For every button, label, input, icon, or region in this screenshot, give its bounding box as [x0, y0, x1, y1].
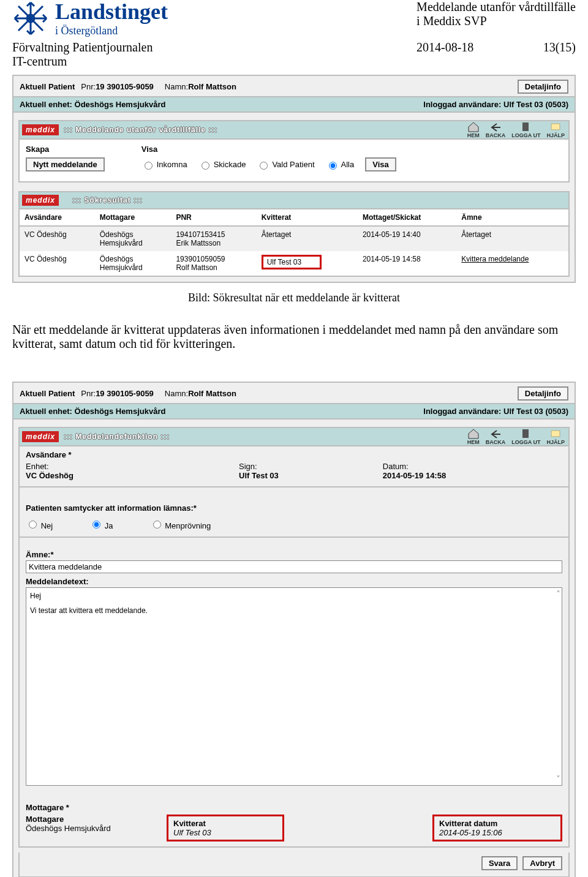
nav-home-label: HEM: [467, 439, 480, 445]
recipient-fieldset: Mottagare * Mottagare Ödeshögs Hemsjukvå…: [18, 798, 570, 848]
radio-sent-label: Skickade: [214, 160, 246, 169]
cell-pnr: 193901059059: [176, 255, 251, 263]
radio-inbox-label: Inkomna: [157, 160, 187, 169]
cell-subject-link[interactable]: Kvittera meddelande: [461, 255, 529, 263]
app-panel-message: Aktuell Patient Pnr: 19 390105-9059 Namn…: [12, 382, 576, 877]
svg-rect-13: [522, 122, 529, 131]
cell-sender: VC Ödeshög: [20, 251, 95, 276]
brand-block: Landstinget i Östergötland: [12, 0, 168, 37]
radio-no-label: Nej: [41, 521, 53, 530]
radio-patient[interactable]: [260, 162, 268, 170]
consent-fieldset: Patienten samtycker att information lämn…: [18, 500, 570, 538]
back-icon: [489, 428, 502, 439]
radio-inbox[interactable]: [145, 162, 153, 170]
detail-button[interactable]: Detaljinfo: [518, 80, 568, 94]
radio-all[interactable]: [329, 162, 337, 170]
nav-help[interactable]: HJÄLP: [546, 428, 565, 445]
col-subject: Ämne: [456, 209, 568, 226]
current-unit: Aktuell enhet: Ödeshögs Hemsjukvård: [20, 407, 165, 416]
section-title-results: ::: Sökresultat :::: [72, 196, 143, 205]
radio-patient-label: Vald Patient: [272, 160, 314, 169]
table-row[interactable]: VC Ödeshög ÖdeshögsHemsjukvård 194107153…: [20, 226, 568, 251]
scroll-up-icon[interactable]: ˄: [556, 589, 560, 599]
nav-back[interactable]: BACKA: [486, 121, 506, 138]
meddix-logo: meddix: [22, 124, 59, 135]
brand-subtitle: i Östergötland: [55, 25, 168, 36]
cell-dt: 2014-05-19 14:58: [358, 251, 456, 276]
cell-recipient2: Hemsjukvård: [100, 263, 167, 272]
sender-date-label: Datum:: [383, 462, 446, 471]
radio-men[interactable]: [153, 521, 161, 529]
ack-date: 2014-05-19 15:06: [439, 828, 502, 837]
cell-ack: Återtaget: [257, 226, 358, 251]
cell-dt: 2014-05-19 14:40: [358, 226, 456, 251]
pnr-label: Pnr:: [81, 389, 96, 398]
subject-input[interactable]: [26, 560, 562, 573]
logged-in-user: Inloggad användare: Ulf Test 03 (0503): [423, 407, 568, 416]
sender-unit: VC Ödeshög: [26, 471, 74, 480]
current-unit: Aktuell enhet: Ödeshögs Hemsjukvård: [20, 100, 165, 109]
results-table: Avsändare Mottagare PNR Kvitterat Mottag…: [20, 209, 568, 276]
nav-help[interactable]: HJÄLP: [546, 121, 565, 138]
cancel-button[interactable]: Avbryt: [522, 856, 562, 870]
msg-line1: Hej: [30, 592, 558, 600]
cell-pnr-name: Erik Mattsson: [176, 239, 251, 247]
name-label: Namn:: [165, 389, 188, 398]
meddix-logo: meddix: [22, 195, 59, 206]
table-row[interactable]: VC Ödeshög ÖdeshögsHemsjukvård 193901059…: [20, 251, 568, 276]
radio-men-label: Menprövning: [165, 521, 211, 530]
doc-page: 13(15): [539, 40, 576, 69]
help-icon: [549, 428, 562, 439]
sender-unit-label: Enhet:: [26, 462, 74, 471]
cell-sender: VC Ödeshög: [20, 226, 95, 251]
back-icon: [489, 121, 502, 132]
detail-button[interactable]: Detaljinfo: [518, 386, 568, 401]
col-datetime: Mottaget/Skickat: [358, 209, 456, 226]
show-heading: Visa: [141, 145, 396, 154]
cell-recipient2: Hemsjukvård: [100, 239, 167, 247]
col-pnr: PNR: [171, 209, 256, 226]
name-value: Rolf Mattson: [188, 389, 236, 398]
message-label: Meddelandetext:: [18, 573, 570, 587]
reply-button[interactable]: Svara: [481, 856, 518, 870]
nav-logout[interactable]: LOGGA UT: [511, 121, 540, 138]
patient-bar-label: Aktuell Patient: [20, 389, 75, 398]
msg-line2: Vi testar att kvittera ett meddelande.: [30, 606, 558, 615]
radio-no[interactable]: [29, 521, 37, 529]
figure-caption-1: Bild: Sökresultat när ett meddelande är …: [12, 292, 576, 304]
nav-back[interactable]: BACKA: [486, 428, 506, 445]
scroll-down-icon[interactable]: ˅: [556, 774, 560, 784]
sender-date: 2014-05-19 14:58: [383, 471, 446, 480]
nav-help-label: HJÄLP: [546, 132, 565, 138]
nav-home[interactable]: HEM: [467, 121, 480, 138]
col-recipient: Mottagare: [95, 209, 172, 226]
snowflake-icon: [12, 0, 49, 37]
logout-icon: [520, 121, 532, 132]
consent-legend: Patienten samtycker att information lämn…: [26, 503, 562, 513]
nav-back-label: BACKA: [486, 439, 506, 445]
create-group: Skapa Nytt meddelande: [26, 145, 105, 171]
patient-bar: Aktuell Patient Pnr: 19 390105-9059 Namn…: [13, 76, 575, 97]
subject-label: Ämne:*: [18, 550, 570, 560]
new-message-button[interactable]: Nytt meddelande: [26, 157, 105, 171]
pnr-label: Pnr:: [81, 82, 96, 91]
col-acknowledged: Kvitterat: [257, 209, 358, 226]
ack-by-label: Kvitterat: [173, 819, 277, 828]
radio-yes-label: Ja: [105, 521, 113, 530]
radio-yes[interactable]: [92, 521, 100, 529]
doc-title-right: Meddelande utanför vårdtillfälle i Meddi…: [417, 0, 576, 28]
home-icon: [467, 428, 480, 439]
doc-owner-line2: IT-centrum: [12, 55, 417, 69]
nav-home[interactable]: HEM: [467, 428, 480, 445]
brand-name: Landstinget: [55, 1, 168, 23]
show-button[interactable]: Visa: [365, 157, 396, 171]
cell-recipient: Ödeshögs: [100, 255, 167, 263]
doc-date: 2014-08-18: [417, 40, 539, 69]
nav-logout[interactable]: LOGGA UT: [511, 428, 540, 445]
logout-icon: [520, 428, 532, 439]
doc-owner-line1: Förvaltning Patientjournalen: [12, 40, 417, 55]
message-textarea[interactable]: Hej Vi testar att kvittera ett meddeland…: [26, 587, 562, 786]
radio-sent[interactable]: [202, 162, 209, 170]
show-group: Visa Inkomna Skickade Vald Patient Alla …: [141, 145, 396, 171]
cell-pnr: 194107153415: [176, 230, 251, 239]
